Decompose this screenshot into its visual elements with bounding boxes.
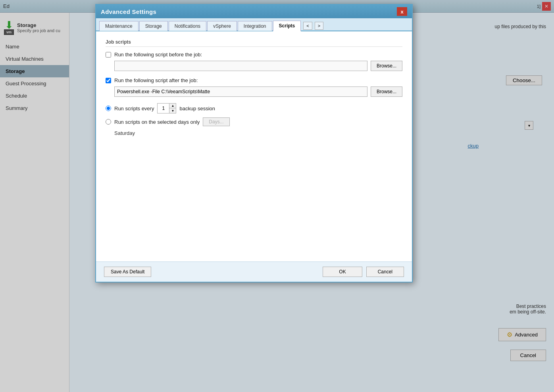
tab-bar: Maintenance Storage Notifications vSpher…	[96, 18, 412, 31]
after-job-input[interactable]	[114, 86, 367, 97]
tab-nav-next[interactable]: >	[315, 22, 323, 30]
advanced-settings-dialog: Advanced Settings x Maintenance Storage …	[95, 4, 413, 282]
modal-titlebar: Advanced Settings x	[96, 5, 412, 18]
run-every-label: Run scripts every	[114, 106, 154, 111]
before-job-browse-button[interactable]: Browse...	[371, 61, 402, 71]
run-selected-days-row: Run scripts on the selected days only Da…	[106, 117, 402, 126]
after-job-row: Run the following script after the job:	[106, 77, 402, 83]
before-job-row: Run the following script before the job:	[106, 52, 402, 58]
run-selected-days-radio[interactable]	[106, 119, 111, 125]
run-every-value[interactable]	[158, 104, 169, 113]
spinner-down-button[interactable]: ▼	[169, 108, 176, 113]
run-every-spinner: ▲ ▼	[157, 103, 176, 113]
tab-nav-prev[interactable]: <	[303, 22, 312, 30]
run-selected-days-label: Run scripts on the selected days only	[114, 119, 200, 125]
modal-footer: Save As Default OK Cancel	[96, 261, 412, 282]
save-as-default-button[interactable]: Save As Default	[104, 267, 151, 277]
ok-button[interactable]: OK	[323, 267, 362, 277]
after-job-browse-button[interactable]: Browse...	[371, 86, 402, 97]
before-job-checkbox[interactable]	[106, 52, 111, 58]
modal-body: Job scripts Run the following script bef…	[96, 31, 412, 261]
job-scripts-section-label: Job scripts	[106, 39, 402, 47]
tab-maintenance[interactable]: Maintenance	[99, 21, 138, 31]
before-job-input[interactable]	[114, 61, 367, 71]
tab-storage[interactable]: Storage	[139, 21, 168, 31]
backup-session-label: backup session	[179, 106, 215, 111]
days-button[interactable]: Days...	[203, 117, 229, 126]
tab-integration[interactable]: Integration	[238, 21, 272, 31]
before-job-input-row: Browse...	[114, 61, 402, 71]
modal-close-button[interactable]: x	[397, 7, 407, 16]
run-every-row: Run scripts every ▲ ▼ backup session	[106, 103, 402, 113]
modal-title: Advanced Settings	[101, 8, 156, 15]
before-job-label: Run the following script before the job:	[114, 52, 202, 58]
cancel-button[interactable]: Cancel	[366, 267, 404, 277]
run-every-radio[interactable]	[106, 106, 111, 111]
tab-notifications[interactable]: Notifications	[169, 21, 206, 31]
footer-right-buttons: OK Cancel	[323, 267, 404, 277]
after-job-checkbox[interactable]	[106, 78, 111, 83]
spinner-up-button[interactable]: ▲	[169, 104, 176, 108]
selected-days-value: Saturday	[114, 130, 402, 136]
after-job-label: Run the following script after the job:	[114, 77, 198, 83]
spinner-arrow-container: ▲ ▼	[169, 104, 176, 113]
tab-scripts[interactable]: Scripts	[273, 21, 301, 31]
tab-vsphere[interactable]: vSphere	[207, 21, 237, 31]
after-job-input-row: Browse...	[114, 86, 402, 97]
